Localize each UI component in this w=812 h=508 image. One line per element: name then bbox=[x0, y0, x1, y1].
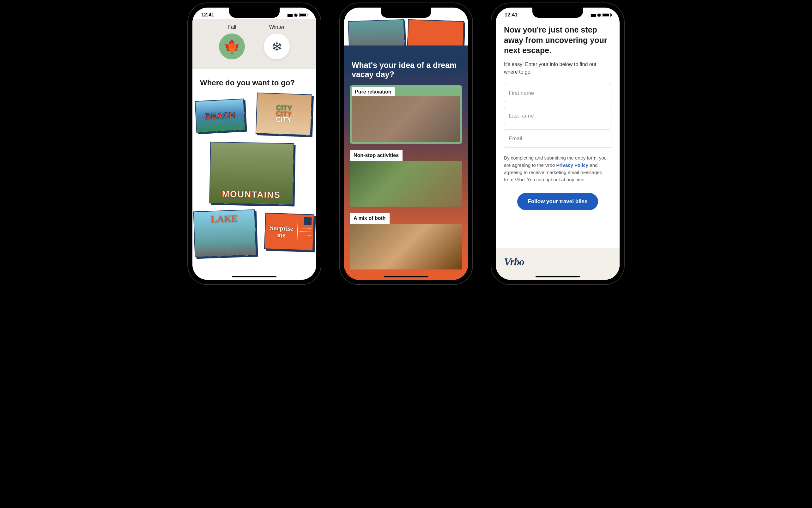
leaf-icon: 🍁 bbox=[219, 34, 245, 59]
card-label: Surprise me bbox=[265, 213, 298, 249]
destination-card-beach[interactable]: BEACH bbox=[195, 98, 245, 133]
option-pure-relaxation[interactable]: Pure relaxation bbox=[350, 85, 462, 144]
option-image bbox=[352, 96, 460, 142]
season-label: Fall bbox=[219, 24, 245, 30]
season-label: Winter bbox=[264, 24, 290, 30]
card-label: BEACH bbox=[204, 110, 236, 121]
signal-icon bbox=[439, 12, 444, 18]
card-label: LAKE bbox=[211, 211, 238, 225]
status-right bbox=[591, 12, 611, 18]
phone-mockup-3: 12:41 Now you're just one step away from… bbox=[491, 3, 624, 284]
screen-2: 12:41 What's your idea of a dream vacay … bbox=[344, 8, 468, 280]
mini-card-lake[interactable] bbox=[348, 19, 405, 45]
option-label: Pure relaxation bbox=[352, 87, 395, 96]
season-selector: Fall 🍁 Winter ❄ bbox=[193, 19, 316, 69]
option-nonstop-activities[interactable]: Non-stop activities bbox=[350, 150, 462, 207]
status-right bbox=[439, 12, 459, 18]
submit-button[interactable]: Follow your travel bliss bbox=[517, 193, 598, 210]
privacy-policy-link[interactable]: Privacy Policy bbox=[556, 162, 588, 168]
card-label: CITY CITY CITY bbox=[275, 105, 292, 123]
screen-3: 12:41 Now you're just one step away from… bbox=[496, 8, 619, 280]
battery-icon bbox=[451, 13, 459, 17]
battery-icon bbox=[299, 13, 307, 17]
battery-icon bbox=[602, 13, 611, 17]
status-time: 12:41 bbox=[353, 12, 366, 18]
last-name-field[interactable] bbox=[504, 107, 611, 125]
signal-icon bbox=[591, 12, 596, 18]
status-time: 12:41 bbox=[201, 12, 214, 18]
destination-heading: Where do you want to go? bbox=[193, 69, 316, 93]
option-image bbox=[350, 161, 462, 207]
wifi-icon bbox=[597, 12, 601, 18]
form-subtext: It's easy! Enter your info below to find… bbox=[504, 61, 611, 76]
consent-text: By completing and submitting the entry f… bbox=[504, 154, 611, 183]
season-option-winter[interactable]: Winter ❄ bbox=[264, 24, 290, 59]
wifi-icon bbox=[445, 12, 449, 18]
status-right bbox=[287, 12, 307, 18]
vrbo-logo: Vrbo bbox=[504, 256, 611, 268]
home-indicator[interactable] bbox=[536, 276, 580, 278]
destination-card-lake[interactable]: LAKE bbox=[194, 209, 257, 257]
phone-mockup-2: 12:41 What's your idea of a dream vacay … bbox=[340, 3, 472, 284]
notch bbox=[229, 8, 280, 18]
status-time: 12:41 bbox=[505, 12, 517, 18]
postcard-stamp-area bbox=[297, 214, 314, 250]
card-label: MOUNTAINS bbox=[222, 189, 281, 204]
destination-card-city[interactable]: CITY CITY CITY bbox=[256, 93, 312, 135]
wifi-icon bbox=[294, 12, 298, 18]
mini-card-surprise[interactable] bbox=[407, 19, 464, 45]
destination-cards: BEACH CITY CITY CITY MOUNTAINS LAKE Surp… bbox=[193, 93, 316, 270]
stamp-icon bbox=[304, 217, 312, 225]
destination-card-mountains[interactable]: MOUNTAINS bbox=[209, 142, 294, 205]
snowflake-icon: ❄ bbox=[264, 34, 290, 59]
option-label: A mix of both bbox=[350, 213, 390, 224]
option-label: Non-stop activities bbox=[350, 150, 402, 161]
footer: Vrbo bbox=[496, 248, 619, 280]
screen-1: 12:41 Fall 🍁 Winter ❄ Where do you want … bbox=[193, 8, 316, 280]
first-name-field[interactable] bbox=[504, 84, 611, 102]
dream-day-heading: What's your idea of a dream vacay day? bbox=[344, 55, 468, 85]
home-indicator[interactable] bbox=[232, 276, 276, 278]
form-heading: Now you're just one step away from uncov… bbox=[504, 25, 611, 55]
home-indicator[interactable] bbox=[384, 276, 428, 278]
option-mix-of-both[interactable]: A mix of both bbox=[350, 213, 462, 269]
notch bbox=[381, 8, 431, 18]
destination-card-surprise[interactable]: Surprise me bbox=[264, 213, 314, 251]
signal-icon bbox=[287, 12, 292, 18]
option-image bbox=[350, 224, 462, 269]
email-field[interactable] bbox=[504, 130, 611, 148]
notch bbox=[532, 8, 583, 18]
phone-mockup-1: 12:41 Fall 🍁 Winter ❄ Where do you want … bbox=[188, 3, 321, 284]
season-option-fall[interactable]: Fall 🍁 bbox=[219, 24, 245, 59]
